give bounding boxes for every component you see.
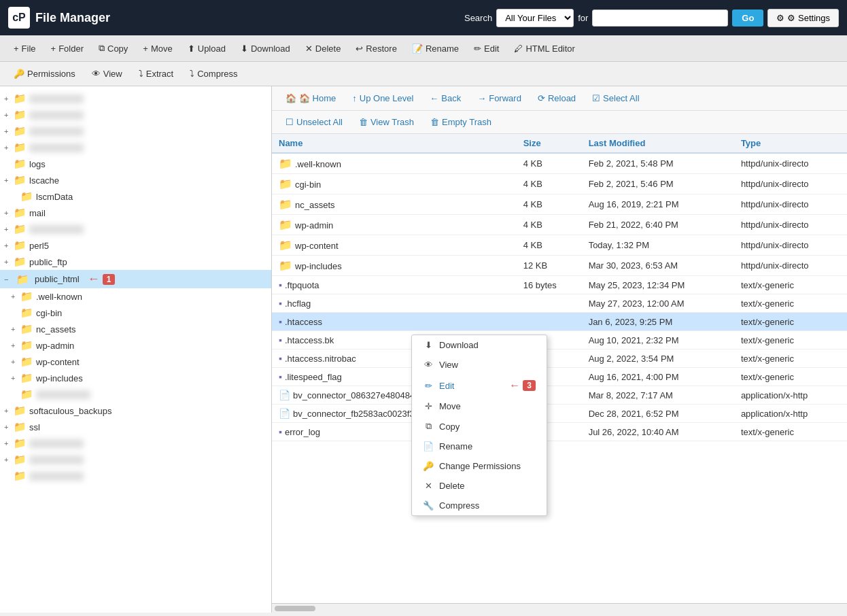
tree-item-lscmData[interactable]: 📁 lscmData xyxy=(0,188,271,205)
tree-item-blurred4[interactable]: + 📁 xyxy=(0,139,271,156)
new-file-button[interactable]: + File xyxy=(7,40,43,57)
table-row[interactable]: 📁.well-known 4 KB Feb 2, 2021, 5:48 PM h… xyxy=(272,153,847,174)
table-row[interactable]: 📁cgi-bin 4 KB Feb 2, 2021, 5:46 PM httpd… xyxy=(272,174,847,194)
html-editor-button[interactable]: 🖊 HTML Editor xyxy=(507,40,581,57)
table-row[interactable]: ▪.ftpquota 16 bytes May 25, 2023, 12:34 … xyxy=(272,276,847,294)
rename-button[interactable]: 📝 Rename xyxy=(405,40,466,57)
upload-button[interactable]: ⬆ Upload xyxy=(181,40,232,57)
eye-icon: 👁 xyxy=(92,69,101,79)
col-type[interactable]: Type xyxy=(734,134,847,153)
table-row[interactable]: 📄bv_connector_086327e48048483c5f Mar 8, … xyxy=(272,386,847,405)
tree-item-wp-admin[interactable]: + 📁 wp-admin xyxy=(0,337,271,354)
tree-item-blurred3[interactable]: + 📁 xyxy=(0,123,271,139)
table-row[interactable]: ▪error_log Jul 26, 2022, 10:40 AM text/x… xyxy=(272,423,847,441)
uncheck-icon: ☐ xyxy=(286,117,294,127)
settings-button[interactable]: ⚙ ⚙ Settings xyxy=(767,9,839,27)
tree-item-lscache[interactable]: + 📁 lscache xyxy=(0,172,271,188)
table-row[interactable]: ▪.htaccess.nitrobac Aug 2, 2022, 3:54 PM… xyxy=(272,349,847,368)
ctx-edit-item[interactable]: ✏ Edit ← 3 xyxy=(412,375,547,396)
file-size: 4 KB xyxy=(517,215,582,235)
file-table: Name Size Last Modified Type 📁.well-know… xyxy=(272,134,847,441)
table-row[interactable]: 📄bv_connector_fb2583ac0023f3d95f95 Dec 2… xyxy=(272,405,847,423)
tree-label-blurred xyxy=(29,111,84,120)
tree-item-blurred5[interactable]: + 📁 xyxy=(0,221,271,237)
empty-trash-button[interactable]: 🗑 Empty Trash xyxy=(424,114,498,130)
compress-button[interactable]: ⤵ Compress xyxy=(183,65,244,82)
permissions-button[interactable]: 🔑 Permissions xyxy=(7,65,82,82)
folder-icon: 📁 xyxy=(14,454,27,466)
ctx-permissions-item[interactable]: 🔑 Change Permissions xyxy=(412,456,547,476)
go-button[interactable]: Go xyxy=(732,10,763,27)
ctx-copy-item[interactable]: ⧉ Copy xyxy=(412,416,547,437)
edit-button[interactable]: ✏ Edit xyxy=(467,40,506,57)
ctx-compress-item[interactable]: 🔧 Compress xyxy=(412,496,547,515)
table-row[interactable]: 📁nc_assets 4 KB Aug 16, 2019, 2:21 PM ht… xyxy=(272,194,847,215)
reload-button[interactable]: ⟳ Reload xyxy=(531,90,583,106)
tree-item-blurred9[interactable]: 📁 xyxy=(0,468,271,484)
new-folder-button[interactable]: + Folder xyxy=(44,40,90,57)
table-row[interactable]: ▪.htaccess.bk Aug 10, 2021, 2:32 PM text… xyxy=(272,331,847,349)
upload-icon: ⬆ xyxy=(188,44,195,54)
home-nav-button[interactable]: 🏠 🏠 Home xyxy=(279,90,343,106)
tree-item-logs[interactable]: 📁 logs xyxy=(0,156,271,172)
col-name[interactable]: Name xyxy=(272,134,517,153)
ctx-view-item[interactable]: 👁 View xyxy=(412,355,547,375)
delete-button[interactable]: ✕ Delete xyxy=(298,40,348,57)
tree-item-ssl[interactable]: + 📁 ssl xyxy=(0,419,271,435)
tree-item-wp-content[interactable]: + 📁 wp-content xyxy=(0,354,271,370)
copy-button[interactable]: ⧉ Copy xyxy=(92,39,135,57)
file-tree-sidebar[interactable]: + 📁 + 📁 + 📁 + 📁 📁 xyxy=(0,86,272,613)
ctx-rename-item[interactable]: 📄 Rename xyxy=(412,437,547,456)
ctx-move-item[interactable]: ✛ Move xyxy=(412,396,547,416)
copy-label: Copy xyxy=(107,44,128,54)
tree-item-nc-assets[interactable]: + 📁 nc_assets xyxy=(0,321,271,337)
unselect-all-button[interactable]: ☐ Unselect All xyxy=(279,114,349,130)
logo: cP File Manager xyxy=(8,7,110,29)
col-size[interactable]: Size xyxy=(517,134,582,153)
table-row[interactable]: 📁wp-includes 12 KB Mar 30, 2023, 6:53 AM… xyxy=(272,256,847,276)
tree-item-blurred7[interactable]: + 📁 xyxy=(0,435,271,451)
select-all-button[interactable]: ☑ Select All xyxy=(585,90,646,106)
table-row[interactable]: 📁wp-content 4 KB Today, 1:32 PM httpd/un… xyxy=(272,235,847,256)
search-scope-select[interactable]: All Your Files xyxy=(496,9,574,27)
folder-icon: 📁 xyxy=(14,158,27,170)
tree-item-blurred2[interactable]: + 📁 xyxy=(0,107,271,123)
tree-toggle: + xyxy=(4,407,14,415)
tree-label-wp-includes: wp-includes xyxy=(36,373,83,383)
table-row-selected[interactable]: ▪.htaccess Jan 6, 2023, 9:25 PM text/x-g… xyxy=(272,313,847,331)
tree-item-well-known[interactable]: + 📁 .well-known xyxy=(0,288,271,305)
view-trash-button[interactable]: 🗑 View Trash xyxy=(352,114,421,130)
tree-item-public-html[interactable]: − 📁 public_html ← 1 xyxy=(0,270,271,288)
tree-item-blurred8[interactable]: + 📁 xyxy=(0,451,271,468)
search-input[interactable] xyxy=(592,10,728,27)
restore-button[interactable]: ↩ Restore xyxy=(349,40,404,57)
col-modified[interactable]: Last Modified xyxy=(582,134,734,153)
table-row[interactable]: 📁wp-admin 4 KB Feb 21, 2022, 6:40 PM htt… xyxy=(272,215,847,235)
up-one-level-button[interactable]: ↑ Up One Level xyxy=(345,90,420,106)
back-button[interactable]: ← Back xyxy=(423,90,468,106)
download-button[interactable]: ⬇ Download xyxy=(234,40,297,57)
ctx-edit-label: Edit xyxy=(439,381,454,391)
tree-item-perl5[interactable]: + 📁 perl5 xyxy=(0,237,271,254)
forward-button[interactable]: → Forward xyxy=(470,90,528,106)
file-modified: Today, 1:32 PM xyxy=(582,235,734,256)
view-button[interactable]: 👁 View xyxy=(85,65,129,82)
ctx-download-item[interactable]: ⬇ Download xyxy=(412,335,547,355)
tree-item-cgi-bin[interactable]: 📁 cgi-bin xyxy=(0,305,271,321)
folder-icon: 📁 xyxy=(20,339,33,352)
tree-item-blurred6[interactable]: 📁 xyxy=(0,386,271,403)
scroll-bar-area[interactable] xyxy=(272,603,847,613)
move-button[interactable]: + Move xyxy=(136,40,179,57)
tree-item-softaculous[interactable]: + 📁 softaculous_backups xyxy=(0,403,271,419)
tree-item-wp-includes[interactable]: + 📁 wp-includes xyxy=(0,370,271,386)
table-row[interactable]: ▪.litespeed_flag Aug 16, 2021, 4:00 PM t… xyxy=(272,368,847,386)
tree-item-blurred1[interactable]: + 📁 xyxy=(0,90,271,107)
horizontal-scrollbar[interactable] xyxy=(275,606,315,611)
rename-label: Rename xyxy=(426,44,459,54)
tree-item-mail[interactable]: + 📁 mail xyxy=(0,205,271,221)
ctx-delete-item[interactable]: ✕ Delete xyxy=(412,476,547,496)
table-row[interactable]: ▪.hcflag May 27, 2023, 12:00 AM text/x-g… xyxy=(272,294,847,313)
tree-label-perl5: perl5 xyxy=(29,241,49,251)
tree-item-public-ftp[interactable]: + 📁 public_ftp xyxy=(0,254,271,270)
extract-button[interactable]: ⤵ Extract xyxy=(132,65,180,82)
